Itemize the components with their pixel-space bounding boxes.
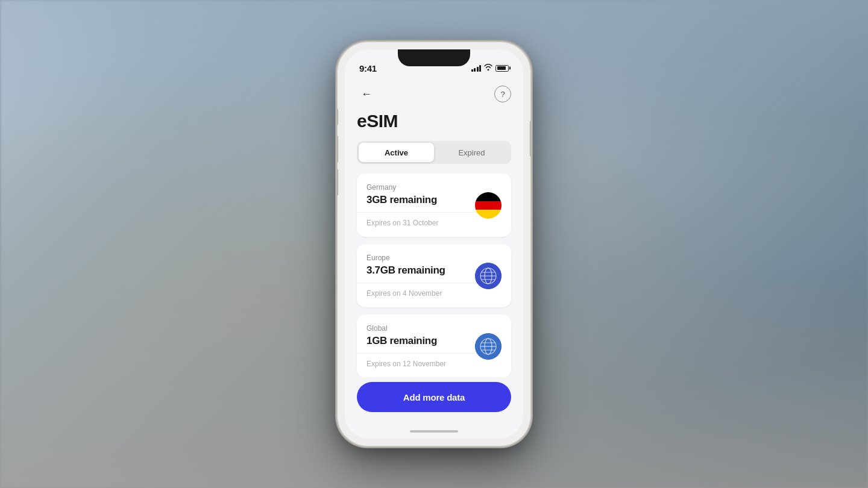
app-header: ← ? <box>345 80 523 111</box>
esim-data-germany: 3GB remaining <box>366 194 475 206</box>
esim-region-europe: Europe <box>366 254 475 262</box>
phone-screen: 9:41 <box>345 49 523 439</box>
esim-info-global: Global 1GB remaining Expires on 12 Novem… <box>366 324 475 368</box>
tab-active[interactable]: Active <box>359 143 434 162</box>
esim-list: Germany 3GB remaining Expires on 31 Octo… <box>345 174 523 377</box>
back-button[interactable]: ← <box>357 84 376 104</box>
esim-expiry-global: Expires on 12 November <box>366 360 475 368</box>
home-bar <box>410 430 458 433</box>
esim-card-germany[interactable]: Germany 3GB remaining Expires on 31 Octo… <box>357 174 511 237</box>
status-time: 9:41 <box>359 63 377 74</box>
notch <box>398 49 470 66</box>
phone-device: 9:41 <box>338 42 530 446</box>
phone-frame: 9:41 <box>338 42 530 446</box>
signal-icon <box>471 64 482 72</box>
volume-down-button <box>338 169 338 196</box>
back-arrow-icon: ← <box>361 88 372 101</box>
esim-region-global: Global <box>366 324 475 333</box>
add-more-data-button[interactable]: Add more data <box>357 382 511 412</box>
power-button <box>530 120 530 157</box>
esim-card-europe[interactable]: Europe 3.7GB remaining Expires on 4 Nove… <box>357 244 511 307</box>
germany-flag-icon <box>475 192 502 219</box>
esim-card-global[interactable]: Global 1GB remaining Expires on 12 Novem… <box>357 314 511 377</box>
esim-divider-europe <box>357 283 485 283</box>
europe-globe-icon <box>475 263 502 289</box>
home-indicator <box>345 424 523 439</box>
status-bar: 9:41 <box>345 49 523 80</box>
esim-region-germany: Germany <box>366 183 475 192</box>
tab-switcher: Active Expired <box>357 141 511 164</box>
esim-data-europe: 3.7GB remaining <box>366 264 475 277</box>
status-icons <box>471 64 509 72</box>
tab-expired[interactable]: Expired <box>434 143 509 162</box>
mute-button <box>338 108 338 125</box>
esim-expiry-germany: Expires on 31 October <box>366 219 475 227</box>
battery-icon <box>495 65 509 72</box>
page-title: eSIM <box>345 111 523 141</box>
volume-up-button <box>338 136 338 163</box>
help-button[interactable]: ? <box>494 86 511 102</box>
esim-divider-global <box>357 353 485 354</box>
esim-info-germany: Germany 3GB remaining Expires on 31 Octo… <box>366 183 475 227</box>
esim-divider-germany <box>357 212 485 213</box>
esim-data-global: 1GB remaining <box>366 335 475 347</box>
app-content: ← ? eSIM Active Expired <box>345 80 523 439</box>
global-globe-icon <box>475 333 502 360</box>
help-icon: ? <box>500 90 505 99</box>
esim-expiry-europe: Expires on 4 November <box>366 289 475 298</box>
wifi-icon <box>484 64 492 72</box>
esim-info-europe: Europe 3.7GB remaining Expires on 4 Nove… <box>366 254 475 298</box>
